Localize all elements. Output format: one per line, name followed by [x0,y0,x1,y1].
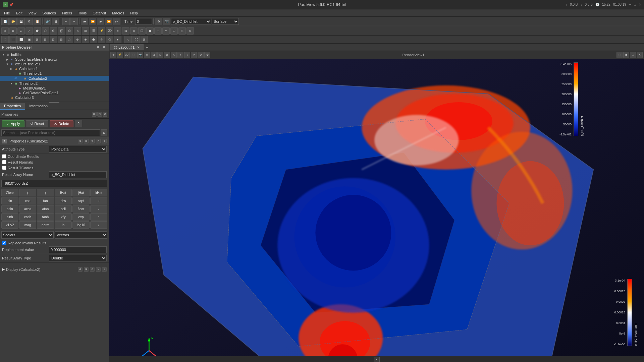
vectors-select[interactable]: Vectors [55,231,107,239]
calc-sqrt[interactable]: sqrt [72,197,90,204]
filter-btn-24[interactable]: ⊕ [186,27,194,35]
view-tb-3[interactable]: ⬚ [130,52,137,58]
view-split-h[interactable]: ⬚ [616,52,623,58]
view-btn-17[interactable]: ⛶ [132,36,140,43]
filter-btn-11[interactable]: ⊞ [82,27,89,35]
menu-edit[interactable]: Edit [13,10,25,16]
filter-btn-4[interactable]: △ [25,27,33,35]
panel-close-button-props[interactable]: ✕ [103,112,107,117]
calc-acos[interactable]: acos [19,205,36,213]
play-button[interactable]: ▶ [97,18,104,25]
bottom-collapse-btn[interactable]: ▲ [374,357,380,362]
filter-btn-15[interactable]: ≡ [114,27,121,35]
calc-exp[interactable]: exp [72,213,90,221]
panel-copy-button[interactable]: ⊕ [78,139,83,143]
filter-btn-2[interactable]: ⊗ [9,27,17,35]
pipeline-select[interactable]: p_BC_Dirichlet [171,18,211,25]
collapse-button[interactable]: ▼ [2,139,7,143]
view-btn-7[interactable]: ⊡ [50,36,57,43]
calc-rparen[interactable]: ) [37,189,54,196]
filter-btn-19[interactable]: ☗ [146,27,154,35]
settings-button[interactable]: ⚙ [155,18,162,25]
tab-information[interactable]: Information [25,103,52,110]
next-frame-button[interactable]: ⏩ [105,18,112,25]
menu-catalyst[interactable]: Catalyst [90,10,109,16]
display-collapse-btn[interactable]: ↕ [102,267,107,272]
filter-btn-12[interactable]: ☰ [90,27,97,35]
view-close-render[interactable]: ✕ [637,52,643,58]
tree-item-calc3[interactable]: ⊞ Calculator3 [0,95,109,100]
view-maximize[interactable]: □ [630,52,636,58]
calc-log10[interactable]: log10 [72,221,90,229]
result-array-name-input[interactable] [49,171,107,178]
view-btn-4[interactable]: ▣ [25,36,33,43]
calc-xpowy[interactable]: x^y [55,213,72,221]
panel-paste-button[interactable]: ⊞ [84,139,89,143]
tree-item-celldatatopoint[interactable]: ◈ CellDatatoPointData1 [0,90,109,95]
view-tb-7[interactable]: ⊟ [157,52,163,58]
calc-ln[interactable]: ln [55,221,72,229]
filter-btn-22[interactable]: ⬡ [170,27,178,35]
calc-ihat[interactable]: iHat [55,189,72,196]
calc-multiply[interactable]: * [90,213,107,221]
scalars-select[interactable]: Scalars [1,231,54,239]
filter-btn-3[interactable]: Σ [17,27,25,35]
view-btn-6[interactable]: ⊞ [42,36,49,43]
filter-btn-8[interactable]: ∭ [58,27,65,35]
panel-float-button[interactable]: □ [97,112,102,117]
panel-collapse-all-button[interactable]: ↕ [102,139,107,143]
last-frame-button[interactable]: ⏭ [113,18,120,25]
redo-button[interactable]: ↪ [70,18,78,25]
calc-norm[interactable]: norm [37,221,54,229]
calc-jhat[interactable]: jHat [72,189,90,196]
reset-button[interactable]: ↺ Reset [26,120,49,127]
calc-sinh[interactable]: sinh [1,213,18,221]
calc-tan[interactable]: tan [37,197,54,204]
view-tb-4[interactable]: 📷 [137,52,143,58]
filter-btn-18[interactable]: ❏ [138,27,146,35]
view-tab-layout1[interactable]: ⬚ Layout #1 ✕ [110,44,144,50]
menu-filters[interactable]: Filters [59,10,75,16]
calc-plus[interactable]: + [90,197,107,204]
panel-defaults-button[interactable]: ↺ [90,139,95,143]
view-split-v[interactable]: ▣ [623,52,629,58]
connect-button[interactable]: 🔗 [44,18,51,25]
calc-khat[interactable]: kHat [90,189,107,196]
result-tcoords-checkbox[interactable] [2,166,6,170]
filter-btn-16[interactable]: ⊠ [122,27,129,35]
view-btn-2[interactable]: ⬛ [9,36,17,43]
filter-btn-21[interactable]: ✦ [162,27,170,35]
filter-btn-20[interactable]: ⊹ [154,27,162,35]
first-frame-button[interactable]: ⏮ [81,18,88,25]
menu-view[interactable]: View [26,10,39,16]
expand-icon[interactable]: ▶ [2,267,5,272]
view-tb-9[interactable]: △ [171,52,177,58]
apply-button[interactable]: ✓ Apply [2,120,24,127]
tree-item-builtin[interactable]: ▼ 🖥 builtin: [0,52,109,57]
view-tb-10[interactable]: ↑ [177,52,183,58]
panel-resize-handle[interactable] [0,101,109,103]
coordinate-results-checkbox[interactable] [2,154,6,159]
view-btn-3[interactable]: ⬜ [17,36,25,43]
menu-help[interactable]: Help [127,10,141,16]
panel-del-button[interactable]: ✕ [96,139,101,143]
filter-btn-5[interactable]: ⬟ [34,27,41,35]
view-btn-9[interactable]: ◌ [66,36,73,43]
prev-frame-button[interactable]: ⏪ [89,18,96,25]
calc-asin[interactable]: asin [1,205,18,213]
tab-properties[interactable]: Properties [0,103,25,110]
open-button[interactable]: 📂 [9,18,17,25]
save-state-button[interactable]: ⚙ [25,18,33,25]
filter-btn-10[interactable]: ⎌ [74,27,81,35]
view-btn-5[interactable]: ⊠ [34,36,41,43]
display-paste-btn[interactable]: ⊞ [84,267,89,272]
view-tb-12[interactable]: ? [191,52,197,58]
view-btn-15[interactable]: ♦ [114,36,121,43]
pipeline-undock-button[interactable]: ⧉ [95,45,101,50]
view-tb-8[interactable]: ⊠ [164,52,170,58]
view-btn-12[interactable]: ⬟ [90,36,97,43]
close-button[interactable]: ✕ [639,3,641,6]
time-input[interactable] [135,18,152,25]
minimize-button[interactable]: ─ [629,3,631,6]
replacement-value-input[interactable] [49,246,107,253]
